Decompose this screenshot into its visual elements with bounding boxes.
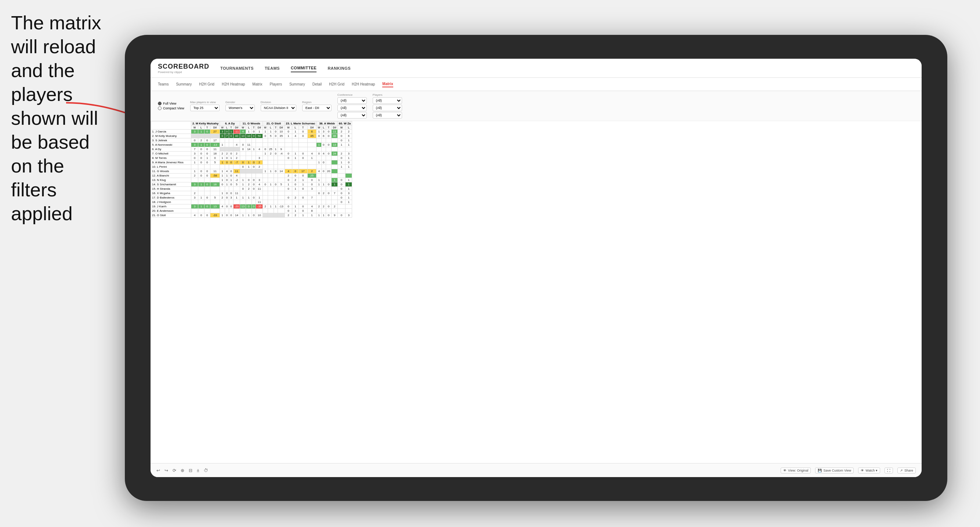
cell: [317, 147, 321, 152]
subtab-h2h-heatmap2[interactable]: H2H Heatmap: [352, 81, 375, 87]
expand-icon: ⛶: [887, 469, 891, 472]
cell: 0: [345, 160, 352, 165]
subtab-summary1[interactable]: Summary: [176, 81, 192, 87]
cell: 8: [307, 209, 317, 213]
cell: [268, 213, 274, 217]
cell: [252, 200, 256, 205]
cell: [268, 174, 274, 178]
cell: 1: [292, 130, 299, 134]
conference-select1[interactable]: (All): [337, 97, 367, 104]
cell: [326, 200, 332, 205]
watch-btn[interactable]: 👁 Watch ▾: [858, 468, 880, 473]
cell: 18: [210, 183, 220, 187]
sh-m-w: W: [191, 126, 198, 130]
zoom-in-icon[interactable]: ⊕: [181, 468, 185, 473]
subtab-players[interactable]: Players: [270, 81, 282, 87]
cell: [198, 191, 204, 195]
cell: [240, 191, 246, 195]
cell: 3: [191, 130, 198, 134]
cell: 3: [191, 183, 198, 187]
view-original-btn[interactable]: 👁 View: Original: [781, 468, 811, 473]
settings-icon[interactable]: ±: [197, 468, 199, 473]
cell: [204, 209, 210, 213]
cell: 1: [299, 178, 307, 183]
cell: 1: [220, 169, 225, 174]
players-select2[interactable]: (All): [373, 105, 402, 111]
cell: 45: [307, 134, 317, 138]
subtab-matrix2[interactable]: Matrix: [382, 81, 393, 87]
cell: 4: [240, 130, 246, 134]
region-select[interactable]: East - DII: [302, 105, 332, 111]
cell: 1: [198, 143, 204, 147]
matrix-scroll-area[interactable]: 2. M Kelly Mulcahy 6. A Dy 11. G Woods 2…: [151, 121, 922, 463]
cell: [246, 209, 252, 213]
cell: 1: [268, 183, 274, 187]
cell: [233, 165, 240, 169]
redo-icon[interactable]: ↪: [164, 468, 168, 473]
cell: 0: [204, 205, 210, 209]
conference-select2[interactable]: (All): [337, 105, 367, 111]
expand-btn[interactable]: ⛶: [885, 468, 893, 473]
cell: 27: [210, 130, 220, 134]
cell: [240, 152, 246, 156]
cell: [321, 187, 326, 191]
table-row: 18. J Hodgson 11: [151, 200, 352, 205]
subtab-h2h-heatmap1[interactable]: H2H Heatmap: [222, 81, 245, 87]
conference-select3[interactable]: (All): [337, 112, 367, 119]
full-view-radio[interactable]: Full View: [158, 102, 185, 105]
zoom-out-icon[interactable]: ⊟: [189, 468, 192, 473]
cell: [274, 187, 278, 191]
save-custom-btn[interactable]: 💾 Save Custom View: [815, 468, 854, 473]
division-select[interactable]: NCAA Division II: [261, 105, 296, 111]
subtab-h2h-grid1[interactable]: H2H Grid: [199, 81, 215, 87]
nav-item-committee[interactable]: COMMITTEE: [291, 64, 317, 72]
cell: 0: [225, 130, 229, 134]
cell: [191, 134, 198, 138]
subtab-matrix1[interactable]: Matrix: [252, 81, 262, 87]
cell: 0: [198, 152, 204, 156]
col-header-stoll: 21. O Stoll: [263, 121, 285, 126]
cell: 1: [317, 130, 321, 134]
share-btn[interactable]: ↗ Share: [897, 468, 916, 473]
cell: 4: [256, 183, 263, 187]
cell: [332, 165, 337, 169]
nav-item-rankings[interactable]: RANKINGS: [328, 65, 351, 72]
max-players-label: Max players in view: [190, 100, 220, 104]
cell: [307, 160, 317, 165]
cell: 0: [326, 134, 332, 138]
share-icon: ↗: [900, 469, 903, 472]
cell: 0: [204, 169, 210, 174]
subtab-teams[interactable]: Teams: [158, 81, 169, 87]
cell: [326, 147, 332, 152]
compact-view-radio[interactable]: Compact View: [158, 106, 185, 110]
cell: 0: [191, 138, 198, 143]
gender-select[interactable]: Women's: [226, 105, 255, 111]
subtab-h2h-grid2[interactable]: H2H Grid: [329, 81, 344, 87]
cell: 1: [220, 143, 225, 147]
cell: 0: [326, 205, 332, 209]
cell: [274, 160, 278, 165]
timer-icon[interactable]: ⏱: [204, 468, 208, 473]
cell: 0: [326, 183, 332, 187]
cell: [198, 187, 204, 191]
cell: 3: [191, 143, 198, 147]
cell: [317, 156, 321, 160]
nav-item-tournaments[interactable]: TOURNAMENTS: [220, 65, 254, 72]
undo-icon[interactable]: ↩: [156, 468, 160, 473]
subtab-detail[interactable]: Detail: [312, 81, 322, 87]
view-options: Full View Compact View: [158, 102, 185, 110]
subtab-summary2[interactable]: Summary: [290, 81, 305, 87]
cell: 10: [256, 213, 263, 217]
cell: 0: [252, 187, 256, 191]
refresh-icon[interactable]: ⟳: [173, 468, 176, 473]
max-players-select[interactable]: Top 25: [190, 105, 220, 111]
sh-g-w: W: [240, 126, 246, 130]
nav-item-teams[interactable]: TEAMS: [265, 65, 280, 72]
toolbar-right: 👁 View: Original 💾 Save Custom View 👁 Wa…: [781, 468, 916, 473]
players-select3[interactable]: (All): [373, 112, 402, 119]
cell: [263, 187, 268, 191]
cell: 4: [321, 152, 326, 156]
players-select1[interactable]: (All): [373, 97, 402, 104]
table-row: 14. S Srichantamit 3 1 0 18 0 1 0 5 1 2 …: [151, 183, 352, 187]
cell: 1: [345, 165, 352, 169]
